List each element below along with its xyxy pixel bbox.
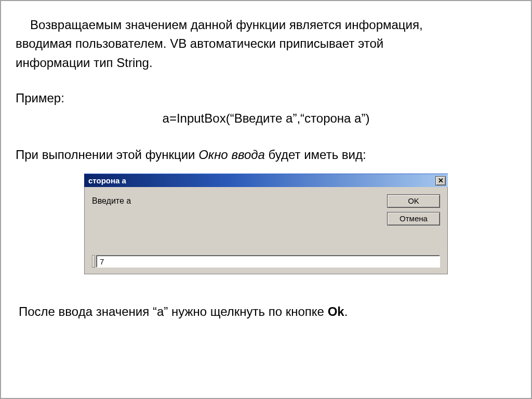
dialog-titlebar: сторона а ✕ bbox=[84, 174, 448, 187]
value-input[interactable] bbox=[96, 255, 440, 268]
text: будет иметь вид: bbox=[265, 148, 366, 162]
bold-text: Ok bbox=[328, 304, 344, 318]
example-label: Пример: bbox=[16, 90, 516, 107]
text: . bbox=[344, 304, 348, 318]
ok-button[interactable]: OK bbox=[387, 194, 440, 208]
text: При выполнении этой функции bbox=[16, 148, 198, 162]
input-grip bbox=[92, 255, 95, 268]
dialog-body: Введите а OK Отмена bbox=[84, 187, 448, 274]
paragraph-line: вводимая пользователем. VB автоматически… bbox=[16, 35, 516, 52]
inputbox-dialog-illustration: сторона а ✕ Введите а OK Отмена bbox=[84, 174, 448, 274]
close-icon: ✕ bbox=[438, 177, 444, 184]
code-example: a=InputBox(“Введите а”,“сторона а”) bbox=[16, 110, 516, 127]
cancel-button[interactable]: Отмена bbox=[387, 212, 440, 225]
close-button[interactable]: ✕ bbox=[435, 176, 446, 185]
paragraph-line: информации тип String. bbox=[16, 55, 516, 71]
dialog-prompt: Введите а bbox=[92, 194, 379, 225]
document-slide: Возвращаемым значением данной функции яв… bbox=[0, 0, 532, 399]
paragraph-line: При выполнении этой функции Окно ввода б… bbox=[16, 147, 516, 163]
paragraph-line: Возвращаемым значением данной функции яв… bbox=[16, 17, 516, 33]
text: После ввода значения “а” нужно щелкнуть … bbox=[19, 304, 328, 318]
dialog-title: сторона а bbox=[88, 176, 435, 186]
italic-text: Окно ввода bbox=[198, 148, 265, 162]
paragraph-line: После ввода значения “а” нужно щелкнуть … bbox=[19, 303, 516, 320]
